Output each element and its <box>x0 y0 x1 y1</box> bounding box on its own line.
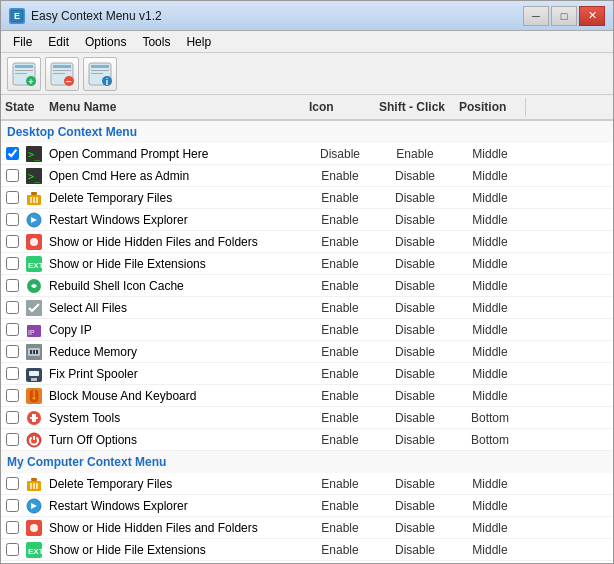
table-row: Restart Windows ExplorerEnableDisableMid… <box>1 209 613 231</box>
svg-rect-3 <box>15 65 33 68</box>
row-position: Middle <box>455 233 525 251</box>
header-icon: Icon <box>305 98 375 116</box>
header-icon-col <box>23 98 45 116</box>
row-icon: >_ <box>23 146 45 162</box>
row-checkbox-cell <box>1 519 23 536</box>
table-row: Block Mouse And KeyboardEnableDisableMid… <box>1 385 613 407</box>
section-header-desktop: Desktop Context Menu <box>1 121 613 143</box>
row-shift-click: Disable <box>375 211 455 229</box>
add-toolbar-button[interactable]: + <box>7 57 41 91</box>
row-position: Middle <box>455 541 525 559</box>
row-icon-state: Enable <box>305 431 375 449</box>
svg-text:+: + <box>28 77 33 87</box>
row-shift-click: Disable <box>375 563 455 564</box>
row-shift-click: Disable <box>375 167 455 185</box>
row-icon-state: Enable <box>305 321 375 339</box>
row-checkbox[interactable] <box>6 389 19 402</box>
table-row: IPCopy IPEnableDisableMiddle <box>1 319 613 341</box>
row-checkbox[interactable] <box>6 301 19 314</box>
row-icon <box>23 344 45 360</box>
row-icon: EXT <box>23 542 45 558</box>
row-checkbox[interactable] <box>6 257 19 270</box>
row-checkbox[interactable] <box>6 367 19 380</box>
row-checkbox-cell <box>1 145 23 162</box>
row-icon: EXT <box>23 256 45 272</box>
svg-rect-48 <box>33 390 35 396</box>
app-icon: E <box>9 8 25 24</box>
svg-rect-40 <box>30 350 32 354</box>
row-icon-state: Enable <box>305 299 375 317</box>
row-icon-state: Enable <box>305 387 375 405</box>
row-checkbox[interactable] <box>6 191 19 204</box>
row-shift-click: Disable <box>375 497 455 515</box>
row-shift-click: Disable <box>375 409 455 427</box>
row-shift-click: Disable <box>375 519 455 537</box>
table-row: Show or Hide Hidden Files and FoldersEna… <box>1 231 613 253</box>
row-name: Select All Files <box>45 299 305 317</box>
info-toolbar-button[interactable]: i <box>83 57 117 91</box>
close-button[interactable]: ✕ <box>579 6 605 26</box>
row-shift-click: Disable <box>375 189 455 207</box>
header-shift-click: Shift - Click <box>375 98 455 116</box>
row-checkbox-cell <box>1 365 23 382</box>
table-body[interactable]: Desktop Context Menu>_Open Command Promp… <box>1 121 613 563</box>
row-name: Show or Hide Hidden Files and Folders <box>45 233 305 251</box>
row-checkbox[interactable] <box>6 213 19 226</box>
row-position: Middle <box>455 189 525 207</box>
menu-options[interactable]: Options <box>77 33 134 51</box>
table-row: EXTShow or Hide File ExtensionsEnableDis… <box>1 539 613 561</box>
row-checkbox[interactable] <box>6 411 19 424</box>
row-checkbox[interactable] <box>6 477 19 490</box>
row-position: Middle <box>455 167 525 185</box>
header-state: State <box>1 98 23 116</box>
table-row: Reduce MemoryEnableDisableMiddle <box>1 341 613 363</box>
row-checkbox-cell <box>1 343 23 360</box>
row-icon-state: Enable <box>305 519 375 537</box>
row-icon: IP <box>23 322 45 338</box>
svg-rect-41 <box>33 350 35 354</box>
row-checkbox[interactable] <box>6 147 19 160</box>
svg-rect-5 <box>15 73 27 74</box>
menu-file[interactable]: File <box>5 33 40 51</box>
row-name: Reduce Memory <box>45 343 305 361</box>
row-icon-state: Enable <box>305 475 375 493</box>
row-checkbox-cell <box>1 497 23 514</box>
maximize-button[interactable]: □ <box>551 6 577 26</box>
row-name: System Tools <box>45 409 305 427</box>
row-icon: >_ <box>23 168 45 184</box>
header-menu-name: Menu Name <box>45 98 305 116</box>
row-icon-state: Enable <box>305 277 375 295</box>
content-area: State Menu Name Icon Shift - Click Posit… <box>1 95 613 563</box>
row-checkbox[interactable] <box>6 169 19 182</box>
row-checkbox[interactable] <box>6 433 19 446</box>
svg-rect-4 <box>15 70 33 71</box>
remove-toolbar-button[interactable]: − <box>45 57 79 91</box>
row-name: Show or Hide File Extensions <box>45 541 305 559</box>
svg-text:i: i <box>106 77 109 87</box>
row-icon-state: Enable <box>305 189 375 207</box>
row-position: Middle <box>455 365 525 383</box>
row-icon <box>23 498 45 514</box>
table-row: >_Open Cmd Here as AdminEnableDisableMid… <box>1 165 613 187</box>
row-checkbox[interactable] <box>6 323 19 336</box>
menu-edit[interactable]: Edit <box>40 33 77 51</box>
svg-rect-28 <box>36 197 38 203</box>
menu-help[interactable]: Help <box>178 33 219 51</box>
svg-point-59 <box>30 524 38 532</box>
row-icon-state: Enable <box>305 409 375 427</box>
row-checkbox[interactable] <box>6 543 19 556</box>
row-checkbox[interactable] <box>6 499 19 512</box>
header-position: Position <box>455 98 525 116</box>
menu-tools[interactable]: Tools <box>134 33 178 51</box>
row-shift-click: Disable <box>375 387 455 405</box>
title-buttons: ─ □ ✕ <box>523 6 605 26</box>
row-checkbox[interactable] <box>6 235 19 248</box>
row-position: Middle <box>455 321 525 339</box>
svg-point-31 <box>30 238 38 246</box>
row-name: Restart Windows Explorer <box>45 497 305 515</box>
row-checkbox[interactable] <box>6 345 19 358</box>
row-position: Middle <box>455 497 525 515</box>
row-checkbox[interactable] <box>6 521 19 534</box>
row-checkbox[interactable] <box>6 279 19 292</box>
minimize-button[interactable]: ─ <box>523 6 549 26</box>
